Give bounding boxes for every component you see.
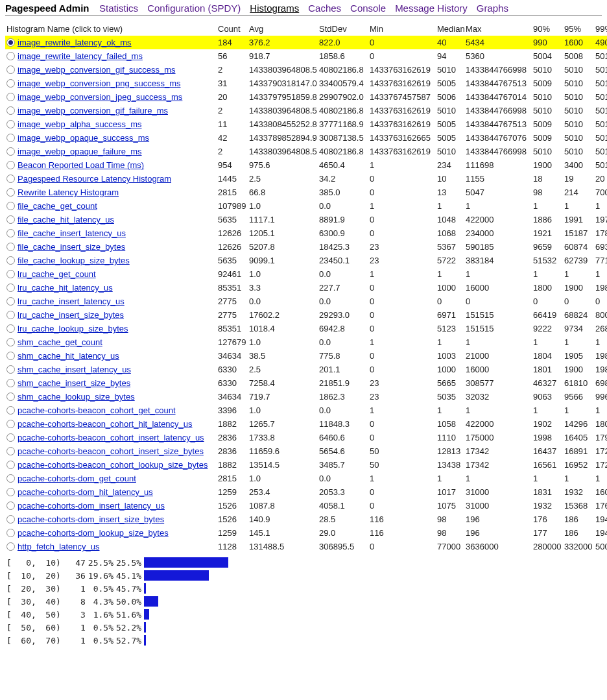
radio-icon[interactable] bbox=[6, 79, 15, 88]
histogram-name-link[interactable]: Rewrite Latency Histogram bbox=[18, 187, 119, 197]
bucket-bar-cell bbox=[143, 608, 470, 621]
histogram-name-link[interactable]: shm_cache_insert_size_bytes bbox=[18, 378, 130, 388]
cell-c: 2815 bbox=[217, 472, 248, 485]
cell-med: 5367 bbox=[436, 240, 464, 254]
cell-min: 0 bbox=[368, 540, 436, 553]
histogram-name-link[interactable]: pcache-cohorts-dom_lookup_size_bytes bbox=[18, 528, 169, 538]
radio-icon[interactable] bbox=[6, 120, 15, 128]
radio-icon[interactable] bbox=[6, 501, 15, 510]
nav-link[interactable]: Histograms bbox=[250, 3, 299, 14]
histogram-name-link[interactable]: image_webp_conversion_gif_success_ms bbox=[18, 65, 176, 75]
histogram-name-link[interactable]: pcache-cohorts-dom_get_count bbox=[18, 474, 136, 483]
histogram-name-link[interactable]: lru_cache_insert_latency_us bbox=[18, 296, 125, 306]
histogram-name-link[interactable]: pcache-cohorts-beacon_cohort_hit_latency… bbox=[18, 419, 193, 429]
histogram-name-link[interactable]: image_webp_alpha_success_ms bbox=[18, 119, 142, 129]
histogram-name-link[interactable]: lru_cache_get_count bbox=[18, 269, 96, 279]
radio-icon[interactable] bbox=[6, 474, 15, 483]
radio-icon[interactable] bbox=[6, 284, 15, 292]
histogram-name-link[interactable]: http_fetch_latency_us bbox=[18, 542, 99, 551]
nav-link[interactable]: Statistics bbox=[99, 3, 138, 14]
nav-link[interactable]: Caches bbox=[308, 3, 341, 14]
cell-min: 1433763162619 bbox=[368, 145, 436, 158]
radio-icon[interactable] bbox=[6, 66, 15, 74]
cell-sd: 29293.0 bbox=[318, 308, 368, 322]
cell-med: 6971 bbox=[436, 308, 464, 322]
histogram-name-link[interactable]: image_rewrite_latency_ok_ms bbox=[18, 38, 132, 47]
radio-icon[interactable] bbox=[6, 243, 15, 251]
histogram-name-link[interactable]: file_cache_hit_latency_us bbox=[18, 215, 114, 224]
histogram-name-link[interactable]: pcache-cohorts-beacon_cohort_insert_late… bbox=[18, 433, 204, 442]
bucket-cell: 10, bbox=[13, 569, 38, 582]
radio-icon[interactable] bbox=[6, 106, 15, 115]
radio-icon[interactable] bbox=[6, 202, 15, 210]
radio-icon[interactable] bbox=[6, 93, 15, 101]
histogram-name-link[interactable]: pcache-cohorts-dom_insert_latency_us bbox=[18, 501, 165, 511]
bucket-cell: 50, bbox=[13, 621, 38, 634]
radio-icon[interactable] bbox=[6, 392, 15, 401]
bucket-cell: 3 bbox=[62, 608, 87, 621]
histogram-name-link[interactable]: image_webp_conversion_jpeg_success_ms bbox=[18, 92, 182, 102]
radio-icon[interactable] bbox=[6, 311, 15, 319]
cell-p99: 80000 bbox=[594, 308, 607, 322]
nav-link[interactable]: Configuration (SPDY) bbox=[147, 3, 241, 14]
cell-min: 0 bbox=[368, 322, 436, 335]
histogram-name-link[interactable]: file_cache_insert_size_bytes bbox=[18, 242, 125, 252]
radio-icon[interactable] bbox=[6, 38, 15, 47]
histogram-name-link[interactable]: image_webp_opaque_success_ms bbox=[18, 133, 149, 143]
histogram-name-link[interactable]: image_webp_conversion_gif_failure_ms bbox=[18, 106, 168, 115]
histogram-name-link[interactable]: shm_cache_lookup_size_bytes bbox=[18, 392, 135, 402]
cell-med: 13438 bbox=[436, 458, 464, 472]
radio-icon[interactable] bbox=[6, 352, 15, 360]
histogram-name-link[interactable]: lru_cache_lookup_size_bytes bbox=[18, 324, 128, 333]
radio-icon[interactable] bbox=[6, 229, 15, 237]
cell-c: 12626 bbox=[217, 226, 248, 240]
histogram-name-link[interactable]: pcache-cohorts-beacon_cohort_insert_size… bbox=[18, 446, 204, 456]
histogram-name-link[interactable]: shm_cache_get_count bbox=[18, 337, 102, 347]
radio-icon[interactable] bbox=[6, 134, 15, 142]
histogram-name-link[interactable]: pcache-cohorts-dom_hit_latency_us bbox=[18, 487, 153, 497]
radio-icon[interactable] bbox=[6, 433, 15, 442]
histogram-name-link[interactable]: lru_cache_hit_latency_us bbox=[18, 283, 113, 293]
radio-icon[interactable] bbox=[6, 161, 15, 169]
radio-icon[interactable] bbox=[6, 215, 15, 224]
histogram-name-link[interactable]: file_cache_insert_latency_us bbox=[18, 228, 126, 238]
radio-icon[interactable] bbox=[6, 338, 15, 346]
radio-icon[interactable] bbox=[6, 256, 15, 265]
nav-link[interactable]: Message History bbox=[395, 3, 468, 14]
histogram-name-link[interactable]: file_cache_get_count bbox=[18, 201, 97, 211]
histogram-name-link[interactable]: Pagespeed Resource Latency Histogram bbox=[18, 174, 171, 184]
nav-link[interactable]: Console bbox=[350, 3, 386, 14]
histogram-name-link[interactable]: image_webp_conversion_png_success_ms bbox=[18, 78, 180, 88]
radio-icon[interactable] bbox=[6, 406, 15, 415]
radio-icon[interactable] bbox=[6, 365, 15, 374]
cell-p90: 0 bbox=[532, 295, 563, 308]
radio-icon[interactable] bbox=[6, 420, 15, 428]
radio-icon[interactable] bbox=[6, 461, 15, 469]
histogram-name-link[interactable]: lru_cache_insert_size_bytes bbox=[18, 310, 124, 320]
nav-link[interactable]: Graphs bbox=[477, 3, 508, 14]
radio-icon[interactable] bbox=[6, 188, 15, 197]
radio-icon[interactable] bbox=[6, 515, 15, 524]
radio-icon[interactable] bbox=[6, 447, 15, 455]
radio-icon[interactable] bbox=[6, 324, 15, 333]
histogram-name-link[interactable]: pcache-cohorts-dom_insert_size_bytes bbox=[18, 514, 164, 524]
histogram-name-link[interactable]: image_rewrite_latency_failed_ms bbox=[18, 51, 143, 61]
histogram-name-link[interactable]: file_cache_lookup_size_bytes bbox=[18, 256, 130, 265]
radio-icon[interactable] bbox=[6, 175, 15, 183]
histogram-name-link[interactable]: shm_cache_hit_latency_us bbox=[18, 351, 119, 361]
cell-p99: 5010 bbox=[594, 145, 607, 158]
radio-icon[interactable] bbox=[6, 529, 15, 537]
histogram-name-link[interactable]: shm_cache_insert_latency_us bbox=[18, 365, 131, 374]
radio-icon[interactable] bbox=[6, 542, 15, 551]
radio-icon[interactable] bbox=[6, 270, 15, 278]
histogram-name-link[interactable]: Beacon Reported Load Time (ms) bbox=[18, 160, 144, 170]
radio-icon[interactable] bbox=[6, 379, 15, 387]
radio-icon[interactable] bbox=[6, 52, 15, 60]
histogram-name-link[interactable]: image_webp_opaque_failure_ms bbox=[18, 147, 142, 156]
radio-icon[interactable] bbox=[6, 147, 15, 156]
radio-icon[interactable] bbox=[6, 488, 15, 496]
column-header: Max bbox=[464, 22, 532, 36]
radio-icon[interactable] bbox=[6, 297, 15, 306]
histogram-name-link[interactable]: pcache-cohorts-beacon_cohort_lookup_size… bbox=[18, 460, 208, 470]
histogram-name-link[interactable]: pcache-cohorts-beacon_cohort_get_count bbox=[18, 405, 176, 415]
